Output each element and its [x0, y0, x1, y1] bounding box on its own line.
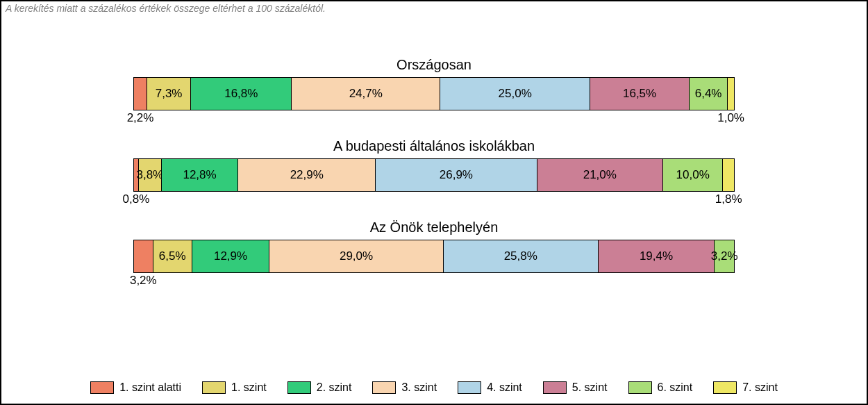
bar-segment: 3,8%: [139, 159, 162, 191]
bar-segment: 24,7%: [292, 78, 440, 110]
legend-swatch: [90, 381, 114, 394]
legend-swatch: [543, 381, 567, 394]
legend-label: 4. szint: [487, 381, 522, 394]
legend-item: 1. szint alatti: [90, 381, 181, 394]
segment-label: 0,8%: [123, 191, 150, 206]
bar-segment: 3,2%: [715, 240, 734, 272]
bar-segment: 22,9%: [238, 159, 376, 191]
stacked-bar: 2,2%7,3%16,8%24,7%25,0%16,5%6,4%1,0%: [133, 77, 735, 110]
legend-item: 3. szint: [372, 381, 437, 394]
bar-row-title: Országosan: [1, 57, 867, 73]
segment-label: 1,8%: [715, 191, 742, 206]
bar-row: Az Önök telephelyén3,2%6,5%12,9%29,0%25,…: [1, 220, 867, 273]
segment-label: 3,2%: [130, 272, 157, 288]
bar-segment: 29,0%: [269, 240, 444, 272]
bar-row-title: Az Önök telephelyén: [1, 220, 867, 235]
legend-label: 1. szint: [231, 381, 267, 394]
legend-item: 6. szint: [628, 381, 693, 394]
bar-segment: 25,8%: [444, 240, 599, 272]
legend-label: 2. szint: [317, 381, 352, 394]
bar-segment: 3,2%: [134, 240, 153, 272]
bar-segment: 12,8%: [162, 159, 239, 191]
legend-swatch: [202, 381, 226, 394]
bar-segment: 12,9%: [192, 240, 269, 272]
rounding-note: A kerekítés miatt a százalékos értékek ö…: [6, 3, 326, 14]
legend-swatch: [287, 381, 311, 394]
segment-label: 1,0%: [717, 110, 744, 125]
legend-swatch: [372, 381, 396, 394]
bar-segment: 19,4%: [599, 240, 715, 272]
bar-row-title: A budapesti általános iskolákban: [1, 138, 867, 154]
stacked-bar: 0,8%3,8%12,8%22,9%26,9%21,0%10,0%1,8%: [133, 158, 735, 192]
legend-label: 1. szint alatti: [119, 381, 181, 394]
bar-segment: 1,8%: [723, 159, 734, 191]
legend-label: 5. szint: [572, 381, 608, 394]
legend-item: 2. szint: [287, 381, 352, 394]
bar-segment: 16,8%: [191, 78, 292, 110]
bar-segment: 2,2%: [134, 78, 147, 110]
legend-item: 5. szint: [543, 381, 608, 394]
chart-frame: A kerekítés miatt a százalékos értékek ö…: [0, 0, 868, 405]
bar-wrap: 3,2%6,5%12,9%29,0%25,8%19,4%3,2%: [133, 240, 735, 273]
bar-segment: 26,9%: [376, 159, 537, 191]
bar-wrap: 2,2%7,3%16,8%24,7%25,0%16,5%6,4%1,0%: [133, 77, 735, 110]
bar-segment: 6,4%: [690, 78, 728, 110]
legend: 1. szint alatti1. szint2. szint3. szint4…: [1, 381, 867, 394]
legend-label: 3. szint: [401, 381, 437, 394]
stacked-bars-area: Országosan2,2%7,3%16,8%24,7%25,0%16,5%6,…: [1, 57, 867, 301]
bar-segment: 1,0%: [728, 78, 734, 110]
bar-row: A budapesti általános iskolákban0,8%3,8%…: [1, 138, 867, 192]
legend-label: 6. szint: [658, 381, 693, 394]
bar-row: Országosan2,2%7,3%16,8%24,7%25,0%16,5%6,…: [1, 57, 867, 110]
legend-item: 1. szint: [202, 381, 267, 394]
bar-segment: 25,0%: [440, 78, 590, 110]
bar-segment: 6,5%: [153, 240, 192, 272]
legend-swatch: [458, 381, 481, 394]
legend-label: 7. szint: [742, 381, 778, 394]
bar-segment: 21,0%: [537, 159, 663, 191]
legend-item: 4. szint: [458, 381, 522, 394]
segment-label: 2,2%: [127, 110, 154, 125]
legend-swatch: [628, 381, 652, 394]
bar-segment: 16,5%: [590, 78, 690, 110]
legend-swatch: [713, 381, 737, 394]
legend-item: 7. szint: [713, 381, 778, 394]
bar-segment: 10,0%: [663, 159, 723, 191]
bar-segment: 7,3%: [147, 78, 191, 110]
bar-wrap: 0,8%3,8%12,8%22,9%26,9%21,0%10,0%1,8%: [133, 158, 735, 192]
stacked-bar: 3,2%6,5%12,9%29,0%25,8%19,4%3,2%: [133, 240, 735, 273]
